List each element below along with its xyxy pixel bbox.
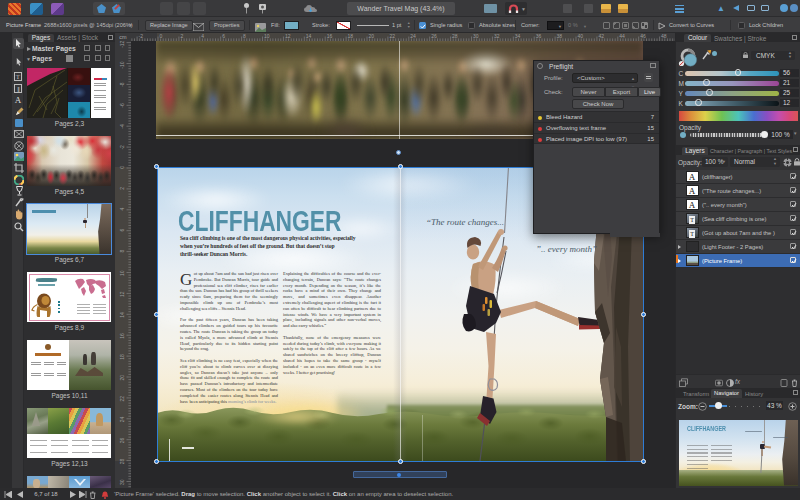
svg-text:8: 8 [243,33,246,39]
svg-text:32: 32 [494,33,500,39]
svg-text:46: 46 [640,33,646,39]
svg-text:16: 16 [327,33,333,39]
svg-text:-8: -8 [119,82,125,87]
svg-text:30: 30 [119,479,125,485]
svg-text:-4: -4 [119,124,125,129]
svg-text:48: 48 [661,33,667,39]
svg-text:2: 2 [180,33,183,39]
svg-text:28: 28 [452,33,458,39]
svg-text:14: 14 [119,312,125,318]
svg-text:20: 20 [119,375,125,381]
svg-text:10: 10 [119,270,125,276]
svg-text:14: 14 [306,33,312,39]
svg-text:44: 44 [619,33,625,39]
svg-text:20: 20 [369,33,375,39]
svg-text:18: 18 [119,354,125,360]
svg-text:22: 22 [119,396,125,402]
svg-text:12: 12 [119,291,125,297]
svg-text:26: 26 [431,33,437,39]
svg-text:-6: -6 [119,103,125,108]
svg-text:-2: -2 [139,33,144,39]
svg-text:0: 0 [119,166,125,169]
svg-text:6: 6 [119,228,125,231]
svg-text:18: 18 [348,33,354,39]
svg-text:26: 26 [119,437,125,443]
svg-text:-2: -2 [119,145,125,150]
svg-text:10: 10 [264,33,270,39]
svg-text:2: 2 [119,187,125,190]
svg-text:28: 28 [119,458,125,464]
svg-text:38: 38 [557,33,563,39]
svg-text:34: 34 [515,33,521,39]
svg-text:-10: -10 [119,61,125,68]
svg-text:42: 42 [598,33,604,39]
svg-text:40: 40 [578,33,584,39]
svg-text:12: 12 [285,33,291,39]
svg-text:6: 6 [222,33,225,39]
svg-text:36: 36 [536,33,542,39]
svg-text:16: 16 [119,333,125,339]
svg-text:24: 24 [410,33,416,39]
svg-text:8: 8 [119,249,125,252]
svg-text:-12: -12 [119,41,125,48]
svg-text:24: 24 [119,417,125,423]
svg-text:30: 30 [473,33,479,39]
svg-text:4: 4 [119,208,125,211]
svg-text:0: 0 [160,33,163,39]
svg-text:4: 4 [201,33,204,39]
svg-text:22: 22 [389,33,395,39]
